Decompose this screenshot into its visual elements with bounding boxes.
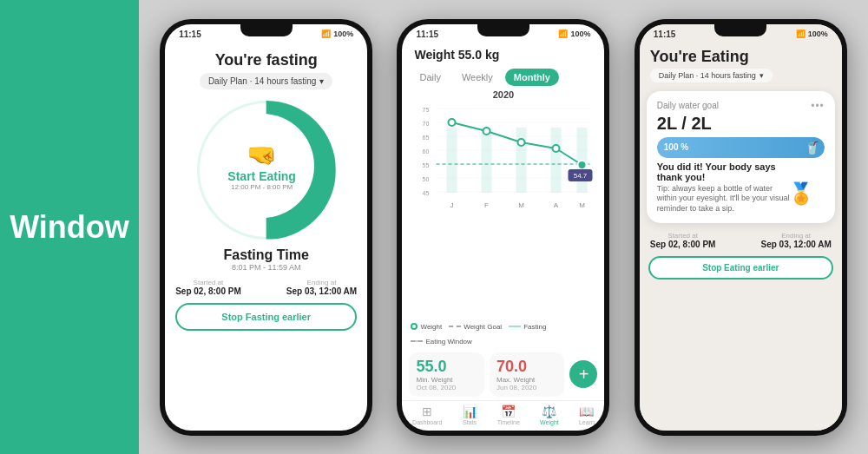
svg-text:M: M — [519, 201, 525, 209]
circle-inner: 🤜 Start Eating 12:00 PM - 8:00 PM — [210, 114, 314, 218]
svg-text:60: 60 — [423, 148, 430, 155]
phone1-content: You're fasting Daily Plan · 14 hours fas… — [165, 41, 367, 431]
dates-row-1: Started at Sep 02, 8:00 PM Ending at Sep… — [175, 279, 357, 296]
eating-title: You're Eating — [650, 48, 832, 66]
water-menu-dots[interactable]: ••• — [811, 100, 825, 112]
phone-2-notch — [477, 24, 529, 36]
battery-icon-3: 100% — [808, 30, 828, 38]
medal-icon: 🏅 — [788, 181, 814, 206]
legend-weight-goal: Weight Goal — [449, 323, 502, 331]
battery-icon: 100% — [333, 30, 353, 38]
min-weight-label: Min. Weight — [416, 376, 477, 384]
svg-point-24 — [578, 161, 587, 169]
plan-badge-3[interactable]: Daily Plan · 14 hours fasting ▾ — [650, 69, 773, 82]
nav-dashboard[interactable]: ⊞ Dashboard — [412, 405, 442, 425]
fasting-time: 8:01 PM - 11:59 AM — [232, 263, 301, 272]
eating-line — [411, 340, 423, 342]
max-weight-date: Jun 08, 2020 — [496, 384, 558, 391]
phone-3-inner: 11:15 📶 100% You're Eating Daily Plan · … — [640, 24, 842, 431]
water-amount: 2L / 2L — [657, 114, 825, 134]
stat-card-max: 70.0 Max. Weight Jun 08, 2020 — [490, 352, 565, 397]
water-goal-card: Daily water goal ••• 2L / 2L 100 % 🥤 You… — [647, 91, 835, 223]
svg-point-22 — [518, 139, 525, 146]
weight-chart-svg: 75 70 65 60 55 50 45 — [411, 102, 595, 214]
status-time-2: 11:15 — [416, 30, 438, 39]
phone-1: 11:15 📶 100% You're fasting Daily Plan ·… — [160, 19, 372, 436]
nav-learn[interactable]: 📖 Learn — [579, 405, 595, 425]
svg-point-21 — [483, 128, 490, 135]
max-weight-value: 70.0 — [496, 358, 558, 376]
phones-area: 11:15 📶 100% You're fasting Daily Plan ·… — [139, 0, 868, 454]
started-item-3: Started at Sep 02, 8:00 PM — [650, 232, 716, 249]
svg-rect-16 — [516, 128, 527, 193]
fasting-line — [509, 326, 521, 327]
progress-bar-fill: 100 % — [657, 137, 825, 158]
tab-monthly[interactable]: Monthly — [505, 69, 559, 86]
status-icons-2: 📶 100% — [558, 30, 590, 38]
phone-2: 11:15 📶 100% Weight 55.0 kg Daily Weekly… — [397, 19, 609, 436]
window-label: Window — [0, 0, 139, 454]
stats-icon: 📊 — [463, 405, 477, 418]
success-text: You did it! Your body says thank you! — [657, 161, 793, 182]
nav-stats[interactable]: 📊 Stats — [463, 405, 477, 425]
svg-text:A: A — [554, 201, 559, 209]
stat-card-min: 55.0 Min. Weight Oct 08, 2020 — [409, 352, 484, 397]
svg-text:55: 55 — [423, 162, 430, 168]
plan-badge-1[interactable]: Daily Plan · 14 hours fasting ▾ — [200, 73, 333, 89]
ending-item-3: Ending at Sep 03, 12:00 AM — [760, 232, 831, 249]
started-item: Started at Sep 02, 8:00 PM — [175, 279, 241, 296]
svg-rect-14 — [447, 128, 457, 193]
start-eating-label: Start Eating — [227, 169, 296, 183]
tab-daily[interactable]: Daily — [411, 69, 449, 86]
nav-weight[interactable]: ⚖️ Weight — [540, 405, 559, 425]
wifi-icon-3: 📶 — [796, 30, 806, 38]
phone-notch — [240, 24, 293, 36]
stop-eating-button[interactable]: Stop Eating earlier — [648, 256, 833, 280]
svg-rect-15 — [482, 128, 492, 193]
chevron-icon-3: ▾ — [760, 71, 764, 80]
phone-1-inner: 11:15 📶 100% You're fasting Daily Plan ·… — [165, 24, 367, 431]
water-card-header: Daily water goal ••• — [657, 100, 825, 112]
chart-year: 2020 — [402, 89, 604, 100]
phone-2-inner: 11:15 📶 100% Weight 55.0 kg Daily Weekly… — [402, 24, 604, 431]
wifi-icon-2: 📶 — [558, 30, 568, 38]
phone-3: 11:15 📶 100% You're Eating Daily Plan · … — [635, 19, 847, 436]
svg-text:J: J — [450, 201, 454, 209]
dashboard-icon: ⊞ — [422, 405, 432, 418]
stop-fasting-button[interactable]: Stop Fasting earlier — [175, 303, 357, 331]
status-time-1: 11:15 — [179, 30, 201, 39]
tip-text: Tip: always keep a bottle of water withi… — [657, 184, 793, 214]
legend-eating-window: Eating Window — [411, 338, 471, 345]
tab-weekly[interactable]: Weekly — [453, 69, 502, 86]
eating-header: You're Eating Daily Plan · 14 hours fast… — [640, 41, 842, 86]
svg-text:45: 45 — [423, 190, 430, 196]
svg-rect-17 — [551, 128, 562, 193]
bottom-nav-2: ⊞ Dashboard 📊 Stats 📅 Timeline ⚖️ Weight… — [402, 400, 604, 431]
weight-dot — [411, 323, 418, 330]
dates-row-3: Started at Sep 02, 8:00 PM Ending at Sep… — [640, 228, 842, 253]
status-icons-1: 📶 100% — [321, 30, 353, 38]
status-time-3: 11:15 — [654, 30, 676, 39]
chart-legend: Weight Weight Goal Fasting Eating Window — [402, 319, 604, 349]
add-weight-button[interactable]: + — [569, 360, 597, 388]
goal-line — [449, 326, 461, 327]
svg-text:75: 75 — [423, 107, 430, 113]
svg-point-23 — [553, 145, 560, 152]
min-weight-value: 55.0 — [416, 358, 477, 376]
svg-text:F: F — [485, 201, 490, 209]
nav-timeline[interactable]: 📅 Timeline — [497, 405, 520, 425]
svg-text:54.7: 54.7 — [574, 172, 588, 180]
fasting-label: Fasting Time — [223, 247, 308, 263]
eating-time: 12:00 PM - 8:00 PM — [231, 183, 293, 191]
chevron-icon: ▾ — [319, 76, 324, 86]
svg-text:70: 70 — [423, 121, 430, 127]
chart-title: Weight 55.0 kg — [414, 48, 592, 62]
svg-point-20 — [449, 119, 456, 126]
svg-text:50: 50 — [423, 176, 430, 182]
glass-icon: 🥤 — [805, 141, 819, 155]
progress-bar: 100 % 🥤 — [657, 137, 825, 158]
svg-text:M: M — [580, 201, 586, 209]
stats-row: 55.0 Min. Weight Oct 08, 2020 70.0 Max. … — [402, 349, 604, 400]
ending-item: Ending at Sep 03, 12:00 AM — [286, 279, 357, 296]
chart-header: Weight 55.0 kg — [402, 41, 604, 65]
